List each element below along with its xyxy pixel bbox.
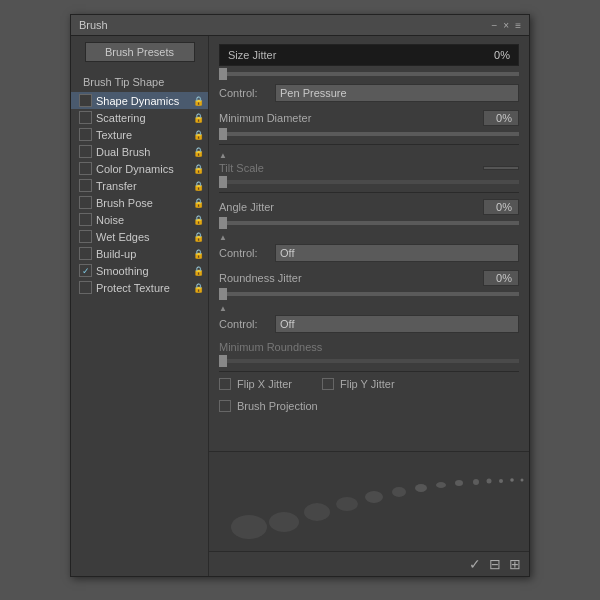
divider-2 [219, 192, 519, 193]
minimum-roundness-slider[interactable] [219, 359, 519, 363]
svg-point-10 [487, 479, 492, 484]
minimum-roundness-row: Minimum Roundness [219, 341, 519, 353]
roundness-jitter-value[interactable]: 0% [483, 270, 519, 286]
flip-y-checkbox[interactable] [322, 378, 334, 390]
sidebar-item-scattering[interactable]: Scattering 🔒 [71, 109, 208, 126]
minimize-icon[interactable]: − [491, 20, 497, 31]
sidebar-item-shape-dynamics[interactable]: Shape Dynamics 🔒 [71, 92, 208, 109]
flip-x-checkbox[interactable] [219, 378, 231, 390]
checkbox-smoothing[interactable] [79, 264, 92, 277]
angle-jitter-thumb[interactable] [219, 217, 227, 229]
control-select-2[interactable]: Off Fade Pen Pressure Pen Tilt Rotation [275, 244, 519, 262]
brush-projection-checkbox[interactable] [219, 400, 231, 412]
brush-projection-label: Brush Projection [237, 400, 318, 412]
sidebar-item-color-dynamics[interactable]: Color Dynamics 🔒 [71, 160, 208, 177]
sidebar-item-brush-pose[interactable]: Brush Pose 🔒 [71, 194, 208, 211]
brush-presets-button[interactable]: Brush Presets [85, 42, 195, 62]
sidebar-item-build-up[interactable]: Build-up 🔒 [71, 245, 208, 262]
control-select-1[interactable]: Pen Pressure Off Fade Pen Tilt Stylus Wh… [275, 84, 519, 102]
control-row-3: Control: Off Fade Pen Pressure Pen Tilt … [219, 315, 519, 333]
svg-point-7 [436, 482, 446, 488]
lock-icon-texture: 🔒 [193, 130, 204, 140]
size-jitter-bar: Size Jitter 0% [219, 44, 519, 66]
minimum-diameter-label: Minimum Diameter [219, 112, 311, 124]
size-jitter-slider-thumb[interactable] [219, 68, 227, 80]
panel-icons: − × ≡ [491, 20, 521, 31]
sidebar-item-transfer[interactable]: Transfer 🔒 [71, 177, 208, 194]
checkbox-brush-pose[interactable] [79, 196, 92, 209]
svg-point-0 [231, 515, 267, 539]
control-row-1: Control: Pen Pressure Off Fade Pen Tilt … [219, 84, 519, 102]
sidebar-item-protect-texture[interactable]: Protect Texture 🔒 [71, 279, 208, 296]
roundness-jitter-label: Roundness Jitter [219, 272, 302, 284]
roundness-jitter-thumb[interactable] [219, 288, 227, 300]
checkbox-protect-texture[interactable] [79, 281, 92, 294]
checkbox-texture[interactable] [79, 128, 92, 141]
svg-point-13 [521, 479, 524, 482]
checkbox-color-dynamics[interactable] [79, 162, 92, 175]
checkbox-wet-edges[interactable] [79, 230, 92, 243]
svg-point-11 [499, 479, 503, 483]
delete-icon[interactable]: ⊟ [489, 556, 501, 572]
brush-preview-area [209, 451, 529, 551]
triangle-2: ▲ [219, 233, 519, 242]
divider-1 [219, 144, 519, 145]
angle-jitter-value[interactable]: 0% [483, 199, 519, 215]
roundness-jitter-row: Roundness Jitter 0% [219, 270, 519, 286]
lock-icon-protect-texture: 🔒 [193, 283, 204, 293]
minimum-roundness-thumb[interactable] [219, 355, 227, 367]
sidebar-item-wet-edges[interactable]: Wet Edges 🔒 [71, 228, 208, 245]
triangle-3: ▲ [219, 304, 519, 313]
sidebar-item-noise[interactable]: Noise 🔒 [71, 211, 208, 228]
tilt-scale-slider[interactable] [219, 180, 519, 184]
add-icon[interactable]: ⊞ [509, 556, 521, 572]
flip-y-row: Flip Y Jitter [322, 378, 395, 390]
lock-icon-shape-dynamics: 🔒 [193, 96, 204, 106]
sidebar-item-texture[interactable]: Texture 🔒 [71, 126, 208, 143]
tilt-scale-label: Tilt Scale [219, 162, 264, 174]
angle-jitter-row: Angle Jitter 0% [219, 199, 519, 215]
sidebar-label-noise: Noise [96, 214, 191, 226]
sidebar-label-dual-brush: Dual Brush [96, 146, 191, 158]
lock-icon-color-dynamics: 🔒 [193, 164, 204, 174]
roundness-jitter-slider[interactable] [219, 292, 519, 296]
tilt-scale-value[interactable] [483, 166, 519, 170]
lock-icon-build-up: 🔒 [193, 249, 204, 259]
control-row-2: Control: Off Fade Pen Pressure Pen Tilt … [219, 244, 519, 262]
checkbox-noise[interactable] [79, 213, 92, 226]
checkbox-shape-dynamics[interactable] [79, 94, 92, 107]
checkbox-dual-brush[interactable] [79, 145, 92, 158]
svg-point-8 [455, 480, 463, 486]
minimum-diameter-slider[interactable] [219, 132, 519, 136]
sidebar-label-shape-dynamics: Shape Dynamics [96, 95, 191, 107]
main-area: Size Jitter 0% Control: Pen Pressure Off… [209, 36, 529, 576]
menu-icon[interactable]: ≡ [515, 20, 521, 31]
size-jitter-slider-container[interactable] [219, 72, 519, 76]
svg-point-5 [392, 487, 406, 497]
sidebar-item-dual-brush[interactable]: Dual Brush 🔒 [71, 143, 208, 160]
minimum-diameter-thumb[interactable] [219, 128, 227, 140]
size-jitter-value: 0% [494, 49, 510, 61]
tilt-scale-thumb[interactable] [219, 176, 227, 188]
sidebar-label-wet-edges: Wet Edges [96, 231, 191, 243]
sidebar-label-protect-texture: Protect Texture [96, 282, 191, 294]
checkbox-build-up[interactable] [79, 247, 92, 260]
control-label-2: Control: [219, 247, 269, 259]
checkmark-icon[interactable]: ✓ [469, 556, 481, 572]
sidebar-label-scattering: Scattering [96, 112, 191, 124]
control-select-3[interactable]: Off Fade Pen Pressure Pen Tilt Rotation [275, 315, 519, 333]
svg-point-12 [510, 478, 514, 482]
minimum-diameter-value[interactable]: 0% [483, 110, 519, 126]
angle-jitter-slider[interactable] [219, 221, 519, 225]
lock-icon-noise: 🔒 [193, 215, 204, 225]
flip-x-row: Flip X Jitter [219, 378, 292, 390]
close-icon[interactable]: × [503, 20, 509, 31]
size-jitter-slider-track[interactable] [219, 72, 519, 76]
flip-y-label: Flip Y Jitter [340, 378, 395, 390]
flip-x-label: Flip X Jitter [237, 378, 292, 390]
checkbox-scattering[interactable] [79, 111, 92, 124]
sidebar-label-build-up: Build-up [96, 248, 191, 260]
sidebar-item-smoothing[interactable]: Smoothing 🔒 [71, 262, 208, 279]
svg-point-9 [473, 479, 479, 485]
checkbox-transfer[interactable] [79, 179, 92, 192]
